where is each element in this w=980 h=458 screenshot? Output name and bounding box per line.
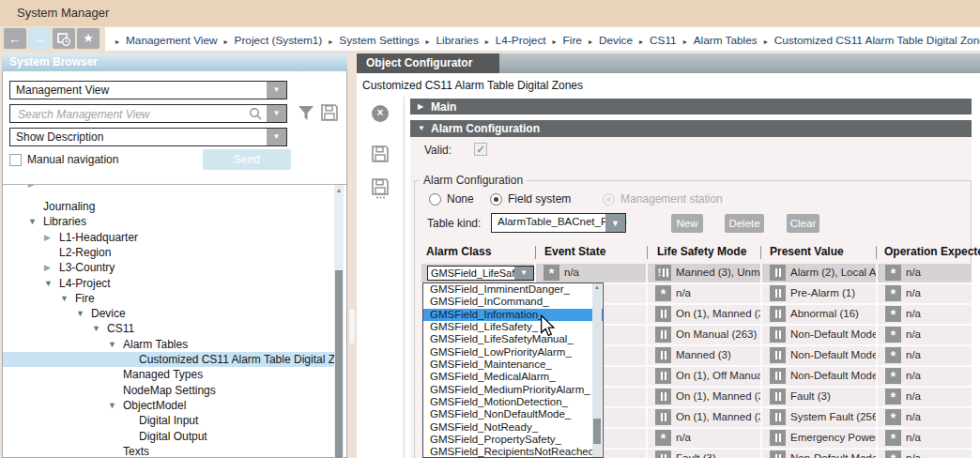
tree-scrollbar-thumb[interactable]: [335, 270, 343, 458]
clear-button[interactable]: Clear: [787, 214, 819, 233]
collapse-arrow-icon[interactable]: ▼: [108, 337, 116, 352]
send-button[interactable]: Send: [203, 149, 291, 170]
value-list-icon[interactable]: !: [655, 265, 671, 281]
value-list-icon[interactable]: [770, 450, 786, 458]
tree-item[interactable]: ▶: [3, 185, 334, 191]
value-list-icon[interactable]: [655, 368, 671, 384]
any-value-icon[interactable]: *: [885, 265, 901, 281]
favorites-button[interactable]: ★: [77, 28, 100, 49]
dropdown-item[interactable]: GMSField_NonDefaultMode_: [423, 408, 603, 420]
tree-item[interactable]: ▼Libraries: [3, 214, 334, 229]
breadcrumb-item[interactable]: Fire: [563, 34, 582, 47]
expand-arrow-icon[interactable]: ▶: [44, 260, 51, 275]
back-button[interactable]: ←: [4, 28, 26, 49]
chevron-down-icon[interactable]: ▼: [605, 214, 625, 232]
collapse-arrow-icon[interactable]: ▼: [92, 321, 100, 336]
tree-item[interactable]: Journaling: [3, 199, 334, 214]
collapse-arrow-icon[interactable]: ▼: [108, 398, 116, 413]
save-search-icon[interactable]: [320, 103, 339, 126]
any-value-icon[interactable]: *: [885, 347, 901, 363]
any-value-icon[interactable]: *: [885, 430, 901, 446]
dropdown-scrollbar-thumb[interactable]: [593, 419, 601, 444]
display-mode-selector[interactable]: Show Description ▼: [9, 128, 287, 146]
scroll-up-icon[interactable]: ▲: [334, 187, 344, 193]
value-list-icon[interactable]: [770, 327, 786, 343]
tree-item[interactable]: L2-Region: [3, 245, 334, 260]
save-button[interactable]: [371, 145, 390, 167]
breadcrumb-item[interactable]: System Settings: [339, 34, 419, 47]
filter-icon[interactable]: [297, 105, 315, 126]
breadcrumb-item[interactable]: Alarm Tables: [694, 34, 758, 47]
search-box[interactable]: ▼: [9, 104, 287, 123]
tree-item[interactable]: ▼CS11: [3, 321, 334, 336]
tree-item[interactable]: Customized CS11 Alarm Table Digital Zone…: [3, 352, 334, 367]
dropdown-item[interactable]: GMSField_RecipientsNotReached_: [423, 446, 603, 458]
radio-field-system[interactable]: [490, 193, 502, 206]
tree-item[interactable]: Managed Types: [3, 367, 334, 382]
alarm-table-row[interactable]: GMSField_LifeSafe▼*n/a!Manned (3), UnmaA…: [421, 264, 972, 282]
tree-item[interactable]: Texts: [3, 444, 334, 457]
tree-item[interactable]: Digital Input: [3, 413, 334, 428]
chevron-down-icon[interactable]: ▼: [267, 129, 286, 145]
dropdown-item[interactable]: GMSField_MotionDetection_: [423, 396, 603, 408]
valid-checkbox[interactable]: ✓: [474, 143, 487, 156]
breadcrumb-item[interactable]: Project (System1): [235, 34, 323, 47]
tree-item[interactable]: NodeMap Settings: [3, 383, 334, 398]
history-button[interactable]: [53, 28, 75, 49]
tree-item[interactable]: ▼Fire: [3, 291, 334, 306]
tree-item[interactable]: ▶L3-Country: [3, 260, 334, 275]
any-value-icon[interactable]: *: [885, 389, 901, 405]
view-selector[interactable]: Management View ▼: [9, 81, 287, 99]
value-list-icon[interactable]: [655, 347, 671, 363]
delete-button[interactable]: Delete: [725, 214, 764, 233]
radio-none[interactable]: [429, 193, 441, 206]
any-value-icon[interactable]: *: [885, 306, 901, 322]
chevron-down-icon[interactable]: ▼: [267, 82, 286, 99]
any-value-icon[interactable]: *: [655, 285, 671, 301]
alarm-class-combobox[interactable]: GMSField_LifeSafe▼: [427, 266, 534, 281]
value-list-icon[interactable]: [655, 389, 671, 405]
collapse-arrow-icon[interactable]: ▼: [60, 291, 69, 306]
breadcrumb-item[interactable]: Management View: [126, 34, 218, 47]
value-list-icon[interactable]: [655, 450, 671, 458]
panel-splitter[interactable]: [348, 308, 356, 344]
any-value-icon[interactable]: *: [885, 285, 901, 301]
value-list-icon[interactable]: [770, 430, 786, 446]
breadcrumb-item[interactable]: Device: [599, 34, 633, 47]
chevron-down-icon[interactable]: ▼: [267, 105, 286, 122]
tree-item[interactable]: ▶L1-Headquarter: [3, 230, 334, 245]
section-header-alarm-configuration[interactable]: ▼ Alarm Configuration: [410, 120, 972, 137]
breadcrumb-item[interactable]: Libraries: [436, 34, 479, 47]
dropdown-item[interactable]: GMSField_Information_: [423, 309, 603, 321]
dropdown-item[interactable]: GMSField_PropertySafety_: [423, 434, 603, 446]
save-as-button[interactable]: [371, 177, 390, 204]
dropdown-item[interactable]: GMSField_InCommand_: [423, 296, 603, 308]
collapse-arrow-icon[interactable]: ▼: [76, 306, 84, 321]
tree-item[interactable]: ▼Alarm Tables: [3, 337, 334, 352]
value-list-icon[interactable]: [655, 327, 671, 343]
tree-item[interactable]: ▼ObjectModel: [3, 398, 334, 413]
value-list-icon[interactable]: [770, 265, 786, 281]
collapse-arrow-icon[interactable]: ▼: [44, 276, 53, 291]
expand-arrow-icon[interactable]: ▶: [28, 185, 35, 191]
breadcrumb-item[interactable]: Customized CS11 Alarm Table Digital Zone…: [774, 34, 980, 47]
breadcrumb-item[interactable]: L4-Project: [496, 34, 546, 47]
value-list-icon[interactable]: [770, 368, 786, 384]
table-kind-selector[interactable]: AlarmTable_BACnet_FS20 ▼: [491, 213, 626, 233]
dropdown-item[interactable]: GMSField_MedicalAlarm_: [423, 371, 603, 383]
any-value-icon[interactable]: *: [655, 430, 671, 446]
value-list-icon[interactable]: [770, 347, 786, 363]
dropdown-item[interactable]: GMSField_Maintenance_: [423, 359, 603, 371]
dropdown-item[interactable]: GMSField_MediumPriorityAlarm_: [423, 384, 603, 396]
expand-arrow-icon[interactable]: ▶: [44, 230, 51, 245]
value-list-icon[interactable]: [770, 409, 786, 425]
section-header-main[interactable]: ▶ Main: [410, 99, 972, 114]
collapse-arrow-icon[interactable]: ▼: [28, 214, 37, 229]
value-list-icon[interactable]: [655, 409, 671, 425]
discard-button[interactable]: ×: [372, 105, 389, 122]
tree-item[interactable]: ▼L4-Project: [3, 276, 334, 291]
any-value-icon[interactable]: *: [885, 327, 901, 343]
value-list-icon[interactable]: [770, 306, 786, 322]
dropdown-item[interactable]: GMSField_ImminentDanger_: [423, 283, 603, 296]
search-input[interactable]: [16, 106, 231, 123]
